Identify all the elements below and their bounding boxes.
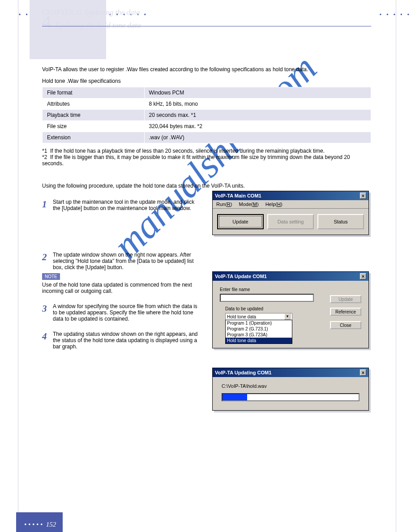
window-title: VoIP-TA Updating COM1 xyxy=(215,370,271,375)
update-window: VoIP-TA Update COM1× Enter file name Dat… xyxy=(212,271,369,348)
spec-key: Extension xyxy=(43,132,145,143)
header-rule xyxy=(42,26,371,26)
close-button[interactable]: Close xyxy=(330,321,361,329)
table-row: Playback time20 seconds max. *1 xyxy=(43,110,371,121)
decorative-dots-right: • • • • • xyxy=(380,12,411,18)
step-number: 2 xyxy=(42,252,53,270)
spec-key: Attributes xyxy=(43,99,145,110)
procedure-lead: Using the following procedure, update th… xyxy=(42,183,371,189)
spec-val: 320,044 bytes max. *2 xyxy=(144,121,371,132)
progress-bar xyxy=(222,393,360,401)
options-listbox[interactable]: Program 1 (Operation) Program 2 (G.723.1… xyxy=(225,320,292,344)
spec-key: File size xyxy=(43,121,145,132)
spec-key: Playback time xyxy=(43,110,145,121)
list-item[interactable]: Program 3 (G.723A) xyxy=(226,332,292,338)
list-item[interactable]: Program 1 (Operation) xyxy=(226,320,292,326)
spec-key: File format xyxy=(43,87,145,99)
section-number: 4 xyxy=(42,12,51,32)
table-row: File size320,044 bytes max. *2 xyxy=(43,121,371,132)
window-title: VoIP-TA Update COM1 xyxy=(215,274,267,279)
update-button[interactable]: Update xyxy=(217,214,264,229)
step-4: The updating status window shown on the … xyxy=(53,331,203,350)
close-icon[interactable]: × xyxy=(360,369,366,376)
update-button: Update xyxy=(330,295,361,303)
chevron-down-icon[interactable]: ▼ xyxy=(284,313,291,320)
note-tag: NOTE xyxy=(42,273,60,280)
list-item[interactable]: Program 2 (G.723.1) xyxy=(226,326,292,332)
file-path: C:\VoIP-TA\hold.wav xyxy=(222,383,360,389)
step-number: 4 xyxy=(42,331,53,350)
menu-help[interactable]: Help(H) xyxy=(265,202,283,207)
menu-run[interactable]: Run(R) xyxy=(216,202,232,207)
spec-val: 20 seconds max. *1 xyxy=(144,110,371,121)
data-setting-button: Data setting xyxy=(267,214,314,229)
menu-mode[interactable]: Mode(M) xyxy=(239,202,259,207)
window-title: VoIP-TA Main COM1 xyxy=(215,193,261,198)
intro-text: VoIP-TA allows the user to register .Wav… xyxy=(42,66,371,73)
step-1: Start up the maintenance tool in the upd… xyxy=(53,199,203,211)
spec-val: Windows PCM xyxy=(144,87,371,99)
page-header: CHAPTER 11 Updating the data 4 Updating … xyxy=(42,8,141,30)
table-row: Attributes8 kHz, 16 bits, mono xyxy=(43,99,371,110)
enter-file-label: Enter file name xyxy=(220,287,361,292)
list-item[interactable]: Hold tone data xyxy=(226,338,292,343)
chapter-title: Updating the data xyxy=(85,8,140,17)
updating-window: VoIP-TA Updating COM1× C:\VoIP-TA\hold.w… xyxy=(212,368,369,411)
table-caption: Hold tone .Wav file specifications xyxy=(42,78,371,84)
filename-input[interactable] xyxy=(220,294,314,302)
note-text: Use of the hold tone data updated is com… xyxy=(42,282,203,294)
step-number: 3 xyxy=(42,303,53,322)
step-number: 1 xyxy=(42,199,53,211)
page-number: • • • • • 152 xyxy=(24,521,56,528)
section-title: Updating the hold tone data xyxy=(55,21,141,30)
status-button[interactable]: Status xyxy=(317,214,364,229)
close-icon[interactable]: × xyxy=(360,193,366,199)
footnote-2: If the file is bigger than this, it may … xyxy=(42,154,350,167)
step-3: A window for specifying the source file … xyxy=(53,303,203,322)
data-select[interactable]: Hold tone data ▼ xyxy=(225,313,292,320)
step-2: The update window shown on the right now… xyxy=(53,252,203,270)
progress-fill xyxy=(223,394,247,400)
main-window: VoIP-TA Main COM1× Run(R) Mode(M) Help(H… xyxy=(212,191,369,235)
menu-bar: Run(R) Mode(M) Help(H) xyxy=(213,200,368,209)
selected-option: Hold tone data xyxy=(227,314,256,319)
spec-table: File formatWindows PCM Attributes8 kHz, … xyxy=(42,87,371,143)
close-icon[interactable]: × xyxy=(360,273,366,279)
spec-val: .wav (or .WAV) xyxy=(144,132,371,143)
table-row: Extension.wav (or .WAV) xyxy=(43,132,371,143)
table-row: File formatWindows PCM xyxy=(43,87,371,99)
reference-button[interactable]: Reference xyxy=(330,308,361,316)
footnote-1: If the hold tone has a playback time of … xyxy=(50,148,325,154)
spec-val: 8 kHz, 16 bits, mono xyxy=(144,99,371,110)
